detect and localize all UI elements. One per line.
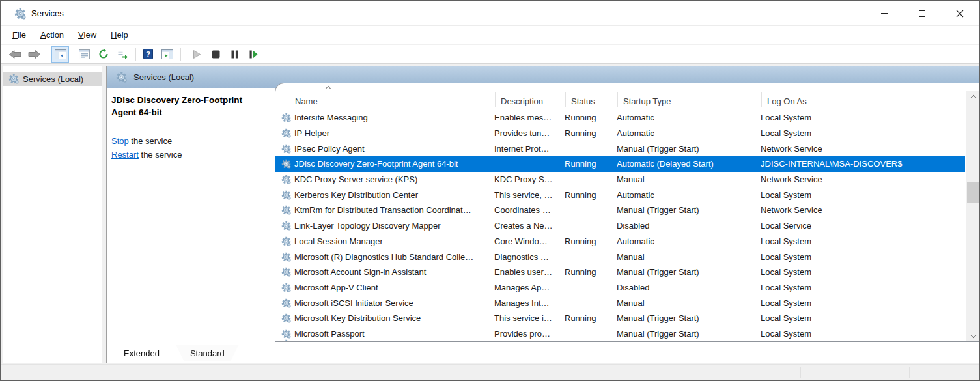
- view-tabs: Extended Standard: [109, 345, 241, 361]
- menu-file[interactable]: File: [5, 27, 33, 42]
- tree-item-services-local[interactable]: Services (Local): [3, 72, 102, 86]
- column-header-log-on-as[interactable]: Log On As: [767, 96, 807, 106]
- cell-name: Microsoft (R) Diagnostics Hub Standard C…: [275, 252, 494, 262]
- column-header-name[interactable]: Name: [295, 96, 318, 106]
- table-row[interactable]: Microsoft iSCSI Initiator ServiceManages…: [275, 295, 965, 311]
- properties-icon: [79, 49, 90, 59]
- start-service-button[interactable]: [188, 46, 206, 63]
- stop-service-link[interactable]: Stop: [111, 136, 129, 146]
- service-gear-icon: [281, 113, 291, 122]
- services-window: Services File Action View Help: [0, 0, 980, 381]
- export-list-icon: [117, 49, 128, 59]
- services-panel: Services (Local) JDisc Discovery Zero-Fo…: [106, 66, 979, 363]
- list-header: Name Description Status Startup Type Log…: [275, 83, 979, 110]
- cell-log-on-as: Local System: [761, 329, 965, 339]
- start-service-icon: [193, 50, 201, 59]
- table-row[interactable]: Microsoft (R) Diagnostics Hub Standard C…: [275, 249, 965, 264]
- chevron-up-icon: [971, 94, 975, 99]
- table-row[interactable]: Microsoft PassportProvides pro…Manual (T…: [275, 326, 965, 341]
- menu-bar: File Action View Help: [1, 25, 979, 44]
- table-row[interactable]: JDisc Discovery Zero-Footprint Agent 64-…: [275, 156, 965, 172]
- forward-icon: [28, 50, 40, 59]
- table-row[interactable]: Intersite MessagingEnables mes…RunningAu…: [275, 110, 965, 126]
- service-gear-icon: [281, 205, 291, 215]
- column-header-status[interactable]: Status: [571, 96, 595, 106]
- cell-log-on-as: Local System: [761, 128, 965, 138]
- restart-service-link[interactable]: Restart: [111, 150, 139, 160]
- pause-service-button[interactable]: [226, 46, 244, 63]
- cell-description: Coordinates …: [494, 205, 565, 215]
- column-separator[interactable]: [495, 92, 496, 107]
- table-row[interactable]: Kerberos Key Distribution CenterThis ser…: [275, 187, 965, 203]
- table-row[interactable]: KDC Proxy Server service (KPS)KDC Proxy …: [275, 172, 965, 188]
- tab-standard[interactable]: Standard: [176, 345, 239, 361]
- table-row[interactable]: KtmRm for Distributed Transaction Coordi…: [275, 203, 965, 218]
- cell-name: JDisc Discovery Zero-Footprint Agent 64-…: [275, 159, 494, 169]
- cell-description: Manages Int…: [494, 298, 565, 308]
- column-separator[interactable]: [761, 92, 762, 107]
- cell-log-on-as: Local System: [761, 113, 965, 122]
- back-icon: [9, 50, 21, 59]
- refresh-button[interactable]: [94, 46, 112, 63]
- table-row[interactable]: Link-Layer Topology Discovery MapperCrea…: [275, 218, 965, 234]
- table-row[interactable]: IP HelperProvides tun…RunningAutomaticLo…: [275, 126, 965, 141]
- column-header-description[interactable]: Description: [501, 96, 543, 106]
- restart-service-button[interactable]: [245, 46, 262, 63]
- cell-name: KtmRm for Distributed Transaction Coordi…: [275, 205, 494, 215]
- status-bar: [1, 364, 979, 380]
- table-row[interactable]: Microsoft Account Sign-in AssistantEnabl…: [275, 264, 965, 280]
- cell-description: Provides pro…: [494, 329, 565, 339]
- stop-service-icon: [212, 50, 220, 59]
- back-button[interactable]: [7, 46, 24, 63]
- show-console-tree-button[interactable]: [51, 46, 69, 63]
- toolbar: ?: [1, 45, 979, 64]
- table-row[interactable]: Local Session ManagerCore Windo…RunningA…: [275, 234, 965, 249]
- menu-view[interactable]: View: [71, 27, 104, 42]
- tab-extended[interactable]: Extended: [109, 345, 174, 361]
- stop-service-button[interactable]: [207, 46, 225, 63]
- cell-description: This service, …: [494, 190, 565, 200]
- cell-startup-type: Automatic: [617, 190, 761, 200]
- show-action-pane-button[interactable]: [158, 46, 176, 63]
- close-button[interactable]: [941, 1, 979, 25]
- services-app-icon: [14, 8, 26, 20]
- scrollbar-thumb[interactable]: [967, 182, 979, 203]
- cell-description: Provides tun…: [494, 128, 565, 138]
- scroll-down-button[interactable]: [966, 330, 979, 341]
- table-row[interactable]: Microsoft Key Distribution ServiceThis s…: [275, 311, 965, 326]
- column-header-startup-type[interactable]: Startup Type: [623, 96, 671, 106]
- cell-startup-type: Manual (Trigger Start): [617, 267, 761, 277]
- service-gear-icon: [281, 267, 291, 277]
- properties-button[interactable]: [76, 46, 93, 63]
- column-separator[interactable]: [617, 92, 618, 107]
- column-separator[interactable]: [947, 92, 947, 107]
- table-row[interactable]: Microsoft App-V ClientManages Ap…Disable…: [275, 280, 965, 296]
- cell-startup-type: Automatic: [617, 128, 761, 138]
- cell-status: Running: [565, 267, 617, 277]
- minimize-button[interactable]: [865, 1, 903, 25]
- cell-name: Microsoft App-V Client: [275, 283, 494, 292]
- toolbar-separator: [135, 48, 136, 61]
- cell-description: Core Windo…: [494, 236, 565, 246]
- restart-service-icon: [249, 50, 258, 59]
- table-row[interactable]: IPsec Policy AgentInternet Prot…Manual (…: [275, 141, 965, 156]
- forward-button[interactable]: [25, 46, 43, 63]
- restart-service-line: Restart the service: [111, 148, 271, 162]
- column-separator[interactable]: [565, 92, 566, 107]
- export-list-button[interactable]: [113, 46, 131, 63]
- service-gear-icon: [281, 190, 291, 200]
- cell-log-on-as: Local System: [761, 190, 965, 200]
- vertical-scrollbar[interactable]: [966, 91, 979, 341]
- window-title: Services: [31, 8, 64, 18]
- menu-help[interactable]: Help: [104, 27, 135, 42]
- maximize-button[interactable]: [903, 1, 941, 25]
- scroll-up-button[interactable]: [966, 91, 979, 102]
- cell-startup-type: Manual (Trigger Start): [617, 313, 761, 323]
- help-button[interactable]: ?: [139, 46, 157, 63]
- services-rows: Intersite MessagingEnables mes…RunningAu…: [275, 110, 965, 341]
- console-tree-panel: Services (Local): [3, 66, 102, 363]
- status-bar-separator: [909, 367, 910, 378]
- service-gear-icon: [281, 159, 291, 169]
- cell-startup-type: Manual (Trigger Start): [617, 205, 761, 215]
- menu-action[interactable]: Action: [33, 27, 71, 42]
